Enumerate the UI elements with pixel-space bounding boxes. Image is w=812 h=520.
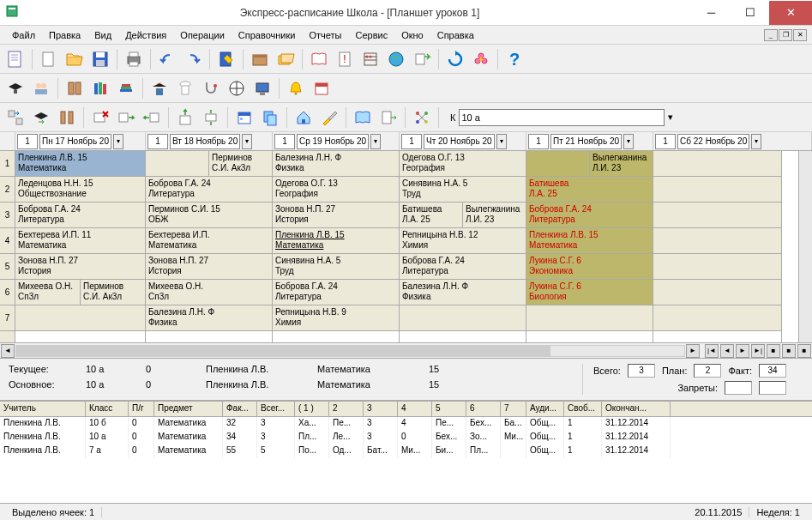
books-icon[interactable] <box>88 76 112 100</box>
lesson-cell[interactable]: Пленкина Л.В. 15Математика <box>273 228 399 254</box>
lesson-cell[interactable]: Репницына Н.В. 9Химия <box>273 305 399 331</box>
table-header[interactable]: Предмет <box>154 402 223 416</box>
mdi-close[interactable]: ✕ <box>793 29 807 41</box>
lesson-cell[interactable]: Зонова Н.П. 27История <box>146 254 272 280</box>
save-icon[interactable] <box>88 47 112 71</box>
day-date-2[interactable]: Ср 19 Ноябрь 20 <box>297 134 369 149</box>
scroll-right[interactable]: ► <box>686 344 700 358</box>
day-spin-3[interactable] <box>401 134 422 149</box>
table-row[interactable]: Пленкина Л.В.10 а0Математика343Пл...Ле..… <box>0 431 812 444</box>
menu-help[interactable]: Справка <box>430 28 481 42</box>
lesson-cell[interactable]: Синявина Н.А. 5Труд <box>273 254 399 280</box>
refresh-icon[interactable] <box>443 47 467 71</box>
redo-icon[interactable] <box>181 47 205 71</box>
day-drop-4[interactable]: ▾ <box>623 134 634 149</box>
day-date-0[interactable]: Пн 17 Ноябрь 20 <box>39 134 111 149</box>
open-icon[interactable] <box>63 47 87 71</box>
ball-icon[interactable] <box>225 76 249 100</box>
nav-stop3[interactable]: ■ <box>797 344 811 358</box>
nav-stop[interactable]: ■ <box>767 344 780 358</box>
calendar2-icon[interactable] <box>232 106 256 130</box>
move-lesson-icon[interactable] <box>29 106 53 130</box>
calendar-icon[interactable] <box>310 76 334 100</box>
lesson-cell[interactable]: Лукина С.Г. 6Биология <box>526 280 653 305</box>
lesson-cell[interactable]: Перминов С.И. 15ОБЖ <box>146 203 272 228</box>
swap-lessons-icon[interactable] <box>3 106 27 130</box>
close-button[interactable]: ✕ <box>769 1 812 25</box>
menu-reports[interactable]: Отчеты <box>302 28 348 42</box>
lesson-cell[interactable]: ПерминовС.И. Ак3л <box>146 151 272 177</box>
table-header[interactable]: Класс <box>86 402 129 416</box>
flower-icon[interactable] <box>469 47 493 71</box>
lesson-cell[interactable] <box>653 305 781 331</box>
menu-references[interactable]: Справочники <box>232 28 303 42</box>
nav-next[interactable]: ► <box>736 344 749 358</box>
open-book-icon[interactable] <box>351 106 375 130</box>
nav-prev[interactable]: ◄ <box>720 344 734 358</box>
scroll-left[interactable]: ◄ <box>1 344 15 358</box>
lesson-cell[interactable] <box>653 203 781 228</box>
lesson-cell[interactable] <box>653 228 781 254</box>
lesson-cell[interactable] <box>653 151 781 177</box>
chef-icon[interactable] <box>173 76 197 100</box>
day-spin-1[interactable] <box>147 134 168 149</box>
table-header[interactable]: П/г <box>129 402 154 416</box>
lesson-cell[interactable]: ВылегжанинаЛ.И. 23 <box>526 151 653 177</box>
edit-icon[interactable] <box>214 47 238 71</box>
day-drop-3[interactable]: ▾ <box>496 134 507 149</box>
lesson-cell[interactable]: Боброва Г.А. 24Литература <box>146 177 272 203</box>
globe-icon[interactable] <box>384 47 408 71</box>
lesson-cell[interactable]: Балезина Л.Н. ФФизика <box>273 151 399 177</box>
vscroll[interactable] <box>798 151 812 342</box>
updown-cell-icon[interactable] <box>199 106 223 130</box>
lesson-cell[interactable]: Лукина С.Г. 6Экономика <box>526 254 653 280</box>
menu-edit[interactable]: Правка <box>42 28 87 42</box>
table-header[interactable]: 5 <box>432 402 466 416</box>
table-header[interactable]: Ауди... <box>526 402 564 416</box>
print-icon[interactable] <box>122 47 146 71</box>
menu-view[interactable]: Вид <box>87 28 118 42</box>
graduate-icon[interactable] <box>3 76 27 100</box>
day-drop-0[interactable]: ▾ <box>113 134 123 149</box>
stethoscope-icon[interactable] <box>199 76 223 100</box>
table-header[interactable]: 2 <box>329 402 364 416</box>
people-icon[interactable] <box>29 76 53 100</box>
class-combo[interactable] <box>459 109 665 126</box>
help-icon[interactable]: ? <box>502 47 526 71</box>
lesson-cell[interactable]: БатишеваЛ.А. 25 <box>526 177 653 203</box>
lesson-cell[interactable]: Боброва Г.А. 24Литература <box>273 280 399 305</box>
lesson-cell[interactable]: Бехтерева И.П. 11Математика <box>15 228 145 254</box>
undo-icon[interactable] <box>155 47 179 71</box>
delete-cell-icon[interactable] <box>88 106 112 130</box>
lesson-cell[interactable]: Одегова О.Г. 13География <box>273 177 399 203</box>
doors-icon[interactable] <box>63 76 87 100</box>
lesson-cell[interactable]: Балезина Л.Н. ФФизика <box>400 280 526 305</box>
lesson-cell[interactable] <box>400 305 526 331</box>
lesson-cell[interactable]: Боброва Г.А. 24Литература <box>400 254 526 280</box>
day-spin-2[interactable] <box>274 134 295 149</box>
mdi-restore[interactable]: ❐ <box>779 29 792 41</box>
abacus-icon[interactable] <box>358 47 382 71</box>
prev-cell-icon[interactable] <box>140 106 164 130</box>
day-spin-0[interactable] <box>17 134 38 149</box>
lesson-cell[interactable]: Одегова О.Г. 13География <box>400 151 526 177</box>
lesson-cell[interactable] <box>653 280 781 305</box>
menu-window[interactable]: Окно <box>394 28 430 42</box>
day-date-3[interactable]: Чт 20 Ноябрь 20 <box>424 134 495 149</box>
notes-icon[interactable] <box>3 47 27 71</box>
lesson-cell[interactable]: Боброва Г.А. 24Литература <box>526 203 653 228</box>
menu-file[interactable]: Файл <box>5 28 42 42</box>
lesson-cell[interactable]: Михеева О.Н.Сп3л <box>146 280 272 305</box>
mdi-minimize[interactable]: _ <box>764 29 778 41</box>
day-drop-1[interactable]: ▾ <box>242 134 252 149</box>
table-header[interactable]: Своб... <box>564 402 602 416</box>
lesson-cell[interactable]: Репницына Н.В. 12Химия <box>400 228 526 254</box>
lesson-cell[interactable]: Пленкина Л.В. 15Математика <box>526 228 653 254</box>
lesson-cell[interactable]: Пленкина Л.В. 15Математика <box>15 151 145 177</box>
table-header[interactable]: Окончан... <box>602 402 671 416</box>
network-icon[interactable] <box>410 106 434 130</box>
nav-stop2[interactable]: ■ <box>782 344 796 358</box>
book-stack-icon[interactable] <box>114 76 138 100</box>
day-drop-5[interactable]: ▾ <box>751 134 761 149</box>
lesson-cell[interactable] <box>526 305 653 331</box>
